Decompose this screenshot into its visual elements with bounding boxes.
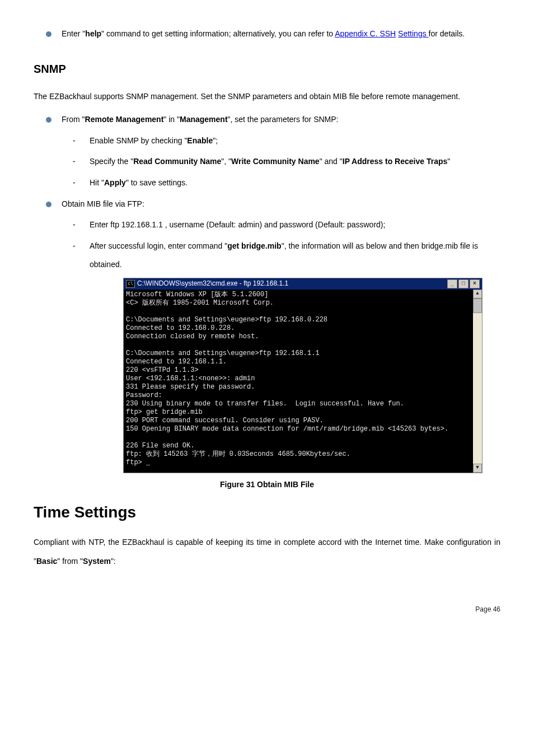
text: for details. — [429, 29, 465, 38]
text: ", " — [221, 157, 231, 166]
scroll-up-button[interactable]: ▲ — [473, 290, 482, 298]
bullet-icon — [46, 117, 51, 123]
dash-enter-ftp: Enter ftp 192.168.1.1 , username (Defaul… — [90, 216, 500, 235]
dash-icon: - — [73, 174, 79, 193]
write-community-bold: Write Community Name — [231, 157, 320, 166]
text: Enter " — [62, 29, 85, 38]
cmd-output[interactable]: Microsoft Windows XP [版本 5.1.2600] <C> 版… — [124, 290, 473, 473]
get-bridge-bold: get bridge.mib — [227, 241, 281, 250]
text: After successful login, enter command " — [90, 241, 227, 250]
traps-ip-bold: IP Address to Receive Traps — [343, 157, 448, 166]
remote-management-bold: Remote Management — [85, 115, 164, 124]
text: ", set the parameters for SNMP: — [228, 115, 339, 124]
appendix-link-line2[interactable]: Settings — [398, 29, 428, 38]
maximize-button[interactable]: □ — [458, 279, 469, 288]
text: Enable SNMP by checking " — [90, 136, 187, 145]
apply-bold: Apply — [104, 178, 126, 187]
dash-icon: - — [73, 132, 79, 151]
snmp-intro-para: The EZBackhaul supports SNMP management.… — [34, 87, 500, 106]
dash-specify-community: Specify the "Read Community Name", "Writ… — [90, 152, 500, 171]
appendix-link-line1[interactable]: Appendix C. SSH — [335, 29, 396, 38]
text: "; — [213, 136, 218, 145]
page-footer: Page 46 — [34, 604, 500, 614]
enable-bold: Enable — [187, 136, 213, 145]
bullet-icon — [46, 202, 51, 207]
management-bold: Management — [180, 115, 228, 124]
scroll-thumb[interactable] — [473, 298, 482, 313]
scroll-down-button[interactable]: ▼ — [473, 464, 482, 473]
text: " from " — [57, 557, 83, 566]
basic-bold: Basic — [36, 557, 57, 566]
close-button[interactable]: × — [470, 279, 480, 288]
text: " command to get setting information; al… — [101, 29, 335, 38]
snmp-bullet2: Obtain MIB file via FTP: — [62, 195, 500, 214]
cmd-title-text: C:\WINDOWS\system32\cmd.exe - ftp 192.16… — [137, 279, 447, 288]
cmd-titlebar[interactable]: c\ C:\WINDOWS\system32\cmd.exe - ftp 192… — [124, 278, 482, 290]
text: From " — [62, 115, 85, 124]
cmd-icon: c\ — [126, 280, 135, 288]
text: ": — [111, 557, 116, 566]
time-settings-heading: Time Settings — [34, 501, 500, 524]
cmd-scrollbar[interactable]: ▲ ▼ — [473, 290, 482, 473]
dash-get-bridge: After successful login, enter command "g… — [90, 237, 500, 274]
dash-icon: - — [73, 152, 79, 171]
snmp-bullet1: From "Remote Management" in "Management"… — [62, 110, 500, 129]
text: Specify the " — [90, 157, 133, 166]
dash-hit-apply: Hit "Apply" to save settings. — [90, 174, 500, 193]
text: " in " — [163, 115, 180, 124]
time-settings-para: Compliant with NTP, the EZBackhaul is ca… — [34, 533, 500, 571]
read-community-bold: Read Community Name — [133, 157, 221, 166]
bullet-icon — [46, 31, 51, 37]
text: " to save settings. — [126, 178, 188, 187]
minimize-button[interactable]: _ — [447, 279, 457, 288]
snmp-heading: SNMP — [34, 60, 500, 77]
cmd-window: c\ C:\WINDOWS\system32\cmd.exe - ftp 192… — [123, 278, 483, 473]
help-cmd: help — [85, 29, 101, 38]
help-bullet-text: Enter "help" command to get setting info… — [62, 25, 500, 44]
dash-enable-snmp: Enable SNMP by checking "Enable"; — [90, 132, 500, 151]
text: " and " — [320, 157, 343, 166]
dash-icon: - — [73, 237, 79, 256]
system-bold: System — [83, 557, 111, 566]
scroll-track[interactable] — [473, 313, 482, 464]
figure-caption: Figure 31 Obtain MIB File — [34, 479, 500, 491]
dash-icon: - — [73, 216, 79, 235]
text: " — [447, 157, 450, 166]
text: Hit " — [90, 178, 104, 187]
